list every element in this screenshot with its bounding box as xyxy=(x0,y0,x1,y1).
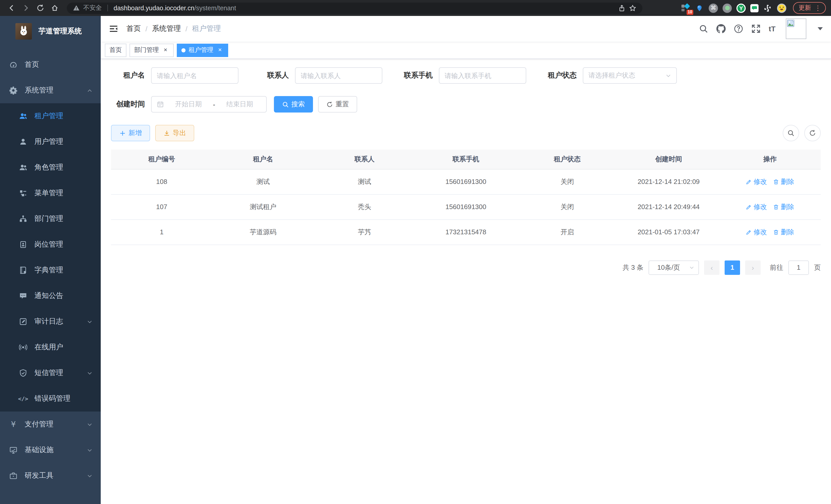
export-button[interactable]: 导出 xyxy=(155,125,194,141)
avatar[interactable] xyxy=(786,19,806,39)
recorder-extension-icon[interactable] xyxy=(722,3,732,12)
refresh-button[interactable] xyxy=(804,125,821,141)
mobile-label: 联系手机 xyxy=(399,71,433,80)
hamburger-icon[interactable] xyxy=(109,24,118,33)
peoples-icon xyxy=(19,164,27,172)
trash-icon xyxy=(773,204,779,210)
add-button[interactable]: 新增 xyxy=(111,125,150,141)
sidebar-item-online-users[interactable]: 在线用户 xyxy=(0,334,101,360)
col-tenant-name: 租户名 xyxy=(212,149,314,169)
current-page-button[interactable]: 1 xyxy=(725,260,740,275)
font-size-icon[interactable]: tT xyxy=(769,25,775,33)
forward-icon[interactable] xyxy=(20,2,32,14)
monitor-icon xyxy=(9,446,18,454)
online-user-icon xyxy=(19,343,27,351)
dashboard-icon xyxy=(9,61,18,69)
sidebar-item-home[interactable]: 首页 xyxy=(0,52,101,78)
kebab-menu-icon[interactable]: ⋮ xyxy=(814,5,821,10)
command-extension-icon[interactable]: ⌘ xyxy=(709,3,718,12)
warning-icon xyxy=(73,5,80,11)
breadcrumb-system[interactable]: 系统管理 xyxy=(152,24,181,33)
close-icon[interactable]: × xyxy=(162,47,169,54)
goto-page-input[interactable] xyxy=(789,260,809,275)
sidebar-item-devtools[interactable]: 研发工具 xyxy=(0,463,101,488)
dict-book-icon xyxy=(19,266,27,274)
github-icon[interactable] xyxy=(716,24,726,33)
search-icon xyxy=(787,129,795,137)
address-bar[interactable]: 不安全 dashboard.yudao.iocoder.cn/system/te… xyxy=(67,2,642,13)
toggle-search-button[interactable] xyxy=(783,125,799,141)
sidebar-item-auditlog[interactable]: 审计日志 xyxy=(0,309,101,334)
chat-extension-icon[interactable] xyxy=(750,4,758,12)
sidebar-item-users[interactable]: 用户管理 xyxy=(0,129,101,155)
home-icon[interactable] xyxy=(48,2,61,14)
page-size-select[interactable]: 10条/页 xyxy=(649,260,699,275)
reset-button[interactable]: 重置 xyxy=(318,96,357,113)
chrome-update-button[interactable]: 更新⋮ xyxy=(793,2,826,14)
chevron-down-icon[interactable] xyxy=(818,27,823,30)
delete-link[interactable]: 删除 xyxy=(773,227,794,237)
plus-icon xyxy=(119,130,126,137)
breadcrumb-home[interactable]: 首页 xyxy=(126,24,141,33)
next-page-button[interactable]: › xyxy=(745,260,761,275)
edit-link[interactable]: 修改 xyxy=(746,202,767,211)
sidebar-item-tenant[interactable]: 租户管理 xyxy=(0,103,101,129)
pen-icon xyxy=(746,179,752,185)
table-row: 108 测试 测试 15601691300 关闭 2021-12-14 21:0… xyxy=(111,169,821,194)
tab-tenant[interactable]: 租户管理× xyxy=(177,43,228,57)
close-icon[interactable]: × xyxy=(217,47,224,54)
extensions-puzzle-icon[interactable] xyxy=(763,3,772,12)
pin-extension-icon[interactable] xyxy=(695,3,704,12)
sidebar-item-menus[interactable]: 菜单管理 xyxy=(0,180,101,206)
status-select[interactable]: 请选择租户状态 xyxy=(583,67,677,84)
back-icon[interactable] xyxy=(5,2,18,14)
tenant-name-input[interactable] xyxy=(151,67,238,84)
date-range-picker[interactable]: 开始日期 - 结束日期 xyxy=(151,96,267,113)
blocks-extension-icon[interactable]: 10 xyxy=(681,3,690,12)
mobile-input[interactable] xyxy=(439,67,526,84)
search-icon[interactable] xyxy=(699,24,708,33)
tree-table-icon xyxy=(19,189,27,197)
sidebar-item-notice[interactable]: 通知公告 xyxy=(0,283,101,309)
create-time-label: 创建时间 xyxy=(111,100,145,109)
tenant-table: 租户编号 租户名 联系人 联系手机 租户状态 创建时间 操作 108 测试 xyxy=(111,149,821,245)
navbar-actions: tT xyxy=(699,19,823,39)
sidebar-item-dict[interactable]: 字典管理 xyxy=(0,258,101,283)
search-button[interactable]: 搜索 xyxy=(274,96,313,113)
prev-page-button[interactable]: ‹ xyxy=(704,260,719,275)
y-extension-icon[interactable]: Y xyxy=(737,3,746,12)
table-toolbar: 新增 导出 xyxy=(111,125,821,141)
star-icon[interactable] xyxy=(629,4,636,11)
sidebar-item-infra[interactable]: 基础设施 xyxy=(0,437,101,463)
sidebar-item-sms[interactable]: 短信管理 xyxy=(0,360,101,386)
tab-home[interactable]: 首页 xyxy=(105,43,126,57)
edit-link[interactable]: 修改 xyxy=(746,227,767,237)
delete-link[interactable]: 删除 xyxy=(773,202,794,211)
url-text[interactable]: dashboard.yudao.iocoder.cn/system/tenant xyxy=(114,4,236,11)
sidebar-item-payment[interactable]: ¥ 支付管理 xyxy=(0,412,101,437)
refresh-icon xyxy=(809,129,816,137)
extensions-area: 10 ⌘ Y 更新⋮ xyxy=(681,2,826,14)
reload-icon[interactable] xyxy=(34,2,46,14)
sidebar-item-depts[interactable]: 部门管理 xyxy=(0,206,101,232)
sidebar-item-system[interactable]: 系统管理 xyxy=(0,78,101,103)
share-icon[interactable] xyxy=(618,4,625,11)
profile-avatar[interactable] xyxy=(777,3,786,12)
browser-toolbar: 不安全 dashboard.yudao.iocoder.cn/system/te… xyxy=(0,0,831,16)
tab-dept[interactable]: 部门管理× xyxy=(130,43,174,57)
user-icon xyxy=(19,138,27,146)
sidebar-item-posts[interactable]: 岗位管理 xyxy=(0,232,101,258)
help-icon[interactable] xyxy=(734,24,743,33)
main-area: 首页 / 系统管理 / 租户管理 tT 首页 部门管 xyxy=(101,16,831,504)
security-label[interactable]: 不安全 xyxy=(83,4,102,12)
fullscreen-icon[interactable] xyxy=(751,24,761,33)
sidebar-item-errorcode[interactable]: </> 错误码管理 xyxy=(0,386,101,412)
filter-row-1: 租户名 联系人 联系手机 租户状态 请选择租户状态 xyxy=(111,67,821,84)
chevron-down-icon xyxy=(87,421,92,427)
delete-link[interactable]: 删除 xyxy=(773,177,794,186)
sidebar-item-roles[interactable]: 角色管理 xyxy=(0,155,101,180)
edit-link[interactable]: 修改 xyxy=(746,177,767,186)
contact-input[interactable] xyxy=(295,67,382,84)
col-status: 租户状态 xyxy=(516,149,618,169)
breadcrumb: 首页 / 系统管理 / 租户管理 xyxy=(126,24,221,33)
